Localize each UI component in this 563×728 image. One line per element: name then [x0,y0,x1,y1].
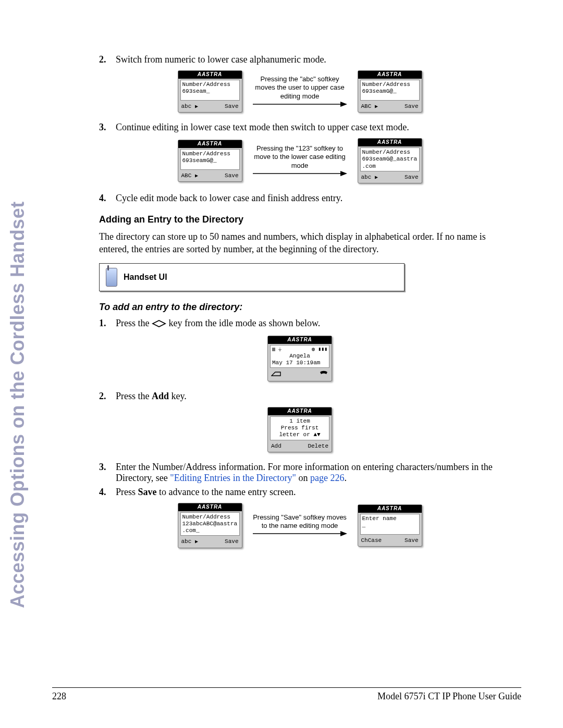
softkey-left[interactable]: abc ▶ [181,538,198,545]
softkey-left[interactable]: ABC ▶ [361,103,378,110]
softkey-left[interactable]: abc ▶ [361,174,378,181]
brand-bar: AASTRA [178,140,242,148]
softkey-right[interactable]: Save [225,172,238,179]
brand-bar: AASTRA [268,336,332,344]
lcd-line: 693seam_ [182,88,238,95]
step-text: Switch from numeric to lower case alphan… [116,54,500,65]
softkey-right[interactable]: Save [405,174,418,181]
side-title: Accessing Options on the Cordless Handse… [7,201,29,608]
phone-screen-add: AASTRA 1 item Press first letter or ▲▼ A… [267,407,332,452]
lcd-line: Angela [272,353,327,360]
step-number: 4. [99,487,116,498]
softkey-right[interactable]: Save [225,538,238,545]
lcd-line: Number/Address [362,81,418,88]
lcd-screen: Number/Address 693seamG@_ [180,149,240,170]
figure-bstep2: AASTRA 1 item Press first letter or ▲▼ A… [99,407,500,452]
softkey-row: abc ▶ Save [178,102,242,112]
lcd-screen: Number/Address 123abcABC@aastra .com_ [180,512,240,536]
lcd-line: 693seamG@_ [362,88,418,95]
arrow-icon [252,530,348,537]
lcd-screen: Number/Address 693seamG@_aastra .com [360,147,420,171]
phone-screen-right: AASTRA Number/Address 693seamG@_aastra .… [358,138,422,183]
softkey-left[interactable]: ChCase [361,537,382,544]
lcd-line: letter or ▲▼ [272,431,327,438]
callout-label: Handset UI [124,273,167,282]
play-icon: ▶ [195,104,198,109]
softkey-phone-icon[interactable] [319,371,328,379]
step-number: 2. [99,391,116,402]
lcd-line: Number/Address [182,514,238,521]
lcd-line: .com_ [182,527,238,534]
lcd-line: _ [362,522,418,529]
step-text: Press the key from the idle mode as show… [116,318,500,330]
lcd-line: .com [362,163,418,170]
play-icon: ▶ [195,173,198,179]
lcd-line: Number/Address [362,149,418,156]
brand-bar: AASTRA [178,71,242,79]
play-icon: ▶ [375,175,378,180]
lcd-line: Number/Address [182,151,238,157]
softkey-row: ABC ▶ Save [178,171,242,181]
brand-bar: AASTRA [178,503,242,511]
lcd-line: 693seamG@_aastra [362,156,418,163]
svg-marker-4 [153,320,165,327]
phone-screen-idle: AASTRA ▥ ⏚ ◍ ▮▮▮ Angela May 17 10:19am [267,336,332,382]
xref-link[interactable]: "Editing Entries in the Directory" [170,473,296,483]
lcd-screen: Enter name _ [360,514,420,535]
softkey-right[interactable]: Save [225,103,238,110]
softkey-left[interactable]: abc ▶ [181,103,198,110]
lcd-line: 123abcABC@aastra [182,521,238,527]
figure-bstep4: AASTRA Number/Address 123abcABC@aastra .… [99,503,500,548]
step-text: Cycle edit mode back to lower case and f… [116,193,500,204]
lcd-screen: Number/Address 693seamG@_ [360,80,420,101]
caption-arrow: Pressing the "abc" softkey moves the use… [252,75,348,108]
brand-bar: AASTRA [358,71,422,79]
softkey-row [268,369,332,381]
phone-screen-left: AASTRA Number/Address 693seam_ abc ▶ Sav… [178,70,242,113]
softkey-directory-icon[interactable] [271,371,282,379]
softkey-right[interactable]: Delete [308,443,328,450]
heading-adding-entry: Adding an Entry to the Directory [99,214,500,225]
svg-marker-1 [340,102,347,107]
softkey-right[interactable]: Save [405,103,418,110]
heading-to-add-entry: To add an entry to the directory: [99,302,500,313]
page: Accessing Options on the Cordless Handse… [0,0,563,728]
softkey-right[interactable]: Save [405,537,418,544]
lcd-line: Press first [272,425,327,431]
lcd-screen: Number/Address 693seam_ [180,80,240,101]
softkey-row: abc ▶ Save [358,172,422,183]
softkey-row: Add Delete [268,441,332,452]
play-icon: ▶ [195,539,198,545]
svg-marker-6 [340,531,347,536]
b-step-1: 1. Press the key from the idle mode as s… [99,318,500,330]
softkey-left[interactable]: ABC ▶ [181,172,198,179]
figure-caption: Pressing "Save" softkey moves to the nam… [252,513,348,530]
step-3: 3. Continue editing in lower case text m… [99,122,500,133]
phone-screen-left: AASTRA Number/Address 123abcABC@aastra .… [178,503,242,548]
b-step-2: 2. Press the Add key. [99,391,500,402]
lcd-screen: ▥ ⏚ ◍ ▮▮▮ Angela May 17 10:19am [270,345,329,368]
softkey-left[interactable]: Add [271,443,282,450]
lcd-line: Enter name [362,515,418,522]
battery-icon: ▥ ⏚ [272,347,282,353]
step-text: Press the Add key. [116,391,500,402]
step-number: 2. [99,54,116,65]
softkey-row: ChCase Save [358,536,422,546]
brand-bar: AASTRA [268,408,332,415]
page-footer: 228 Model 6757i CT IP Phone User Guide [52,687,521,702]
softkey-row: ABC ▶ Save [358,102,422,112]
step-text: Continue editing in lower case text mode… [116,122,500,133]
step-2: 2. Switch from numeric to lower case alp… [99,54,500,65]
page-number: 228 [52,691,66,702]
phone-screen-right: AASTRA Number/Address 693seamG@_ ABC ▶ S… [358,70,422,113]
lcd-line: 1 item [272,418,327,425]
phone-screen-right: AASTRA Enter name _ ChCase Save [358,504,422,547]
main-content: 2. Switch from numeric to lower case alp… [99,54,500,548]
step-4: 4. Cycle edit mode back to lower case an… [99,193,500,204]
step-number: 1. [99,318,116,330]
b-step-3: 3. Enter the Number/Address information.… [99,462,500,484]
brand-bar: AASTRA [358,505,422,513]
page-link[interactable]: page 226 [310,473,344,483]
paragraph: The directory can store up to 50 names a… [99,230,500,256]
step-number: 3. [99,122,116,133]
